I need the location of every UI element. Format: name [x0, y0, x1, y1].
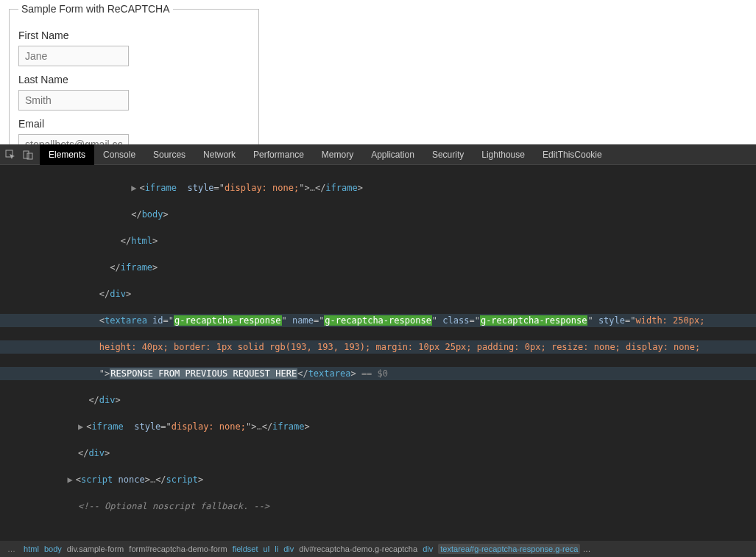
inspect-icon[interactable]: [4, 149, 16, 161]
device-toggle-icon[interactable]: [22, 149, 34, 161]
form-legend: Sample Form with ReCAPTCHA: [18, 3, 173, 15]
breadcrumb-bar[interactable]: … html body div.sample-form form#recaptc…: [0, 541, 756, 557]
breadcrumb-selected: textarea#g-recaptcha-response.g-reca: [438, 544, 580, 554]
tab-security[interactable]: Security: [423, 144, 473, 165]
selected-element[interactable]: <textarea id="g-recaptcha-response" name…: [0, 314, 756, 327]
first-name-input[interactable]: [18, 46, 129, 66]
tab-console[interactable]: Console: [94, 144, 144, 165]
tab-lighthouse[interactable]: Lighthouse: [473, 144, 534, 165]
svg-rect-1: [24, 151, 29, 158]
email-label: Email: [18, 118, 250, 130]
last-name-label: Last Name: [18, 74, 250, 85]
devtools-panel: Elements Console Sources Network Perform…: [0, 144, 756, 557]
first-name-label: First Name: [18, 29, 250, 41]
tab-performance[interactable]: Performance: [244, 144, 313, 165]
tab-elements[interactable]: Elements: [40, 144, 94, 165]
tab-application[interactable]: Application: [362, 144, 423, 165]
elements-tree[interactable]: ▶<iframe style="display: none;">…</ifram…: [0, 165, 756, 541]
tab-network[interactable]: Network: [194, 144, 244, 165]
tab-editthiscookie[interactable]: EditThisCookie: [534, 144, 611, 165]
last-name-input[interactable]: [18, 90, 129, 111]
devtools-tab-bar: Elements Console Sources Network Perform…: [0, 144, 756, 165]
tab-memory[interactable]: Memory: [313, 144, 362, 165]
tab-sources[interactable]: Sources: [144, 144, 194, 165]
